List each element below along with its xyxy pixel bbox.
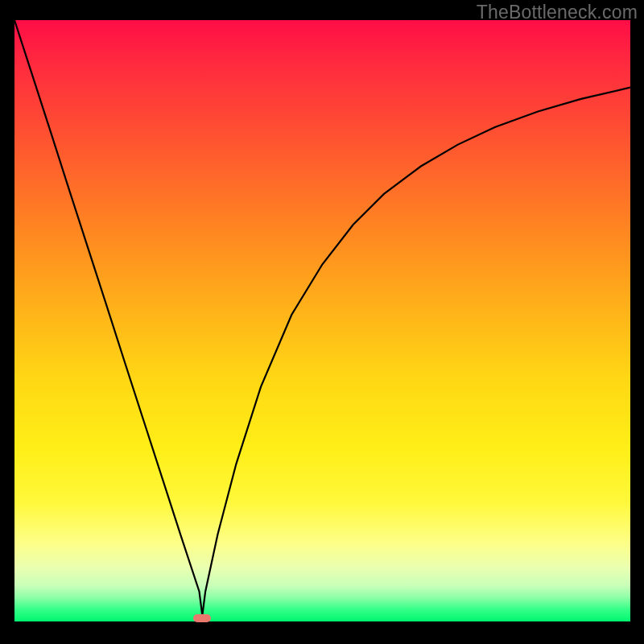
- plot-area: [14, 20, 630, 621]
- chart-frame: TheBottleneck.com: [0, 0, 644, 644]
- watermark-text: TheBottleneck.com: [477, 2, 638, 23]
- bottleneck-curve: [14, 20, 630, 621]
- optimal-point-marker: [193, 614, 211, 622]
